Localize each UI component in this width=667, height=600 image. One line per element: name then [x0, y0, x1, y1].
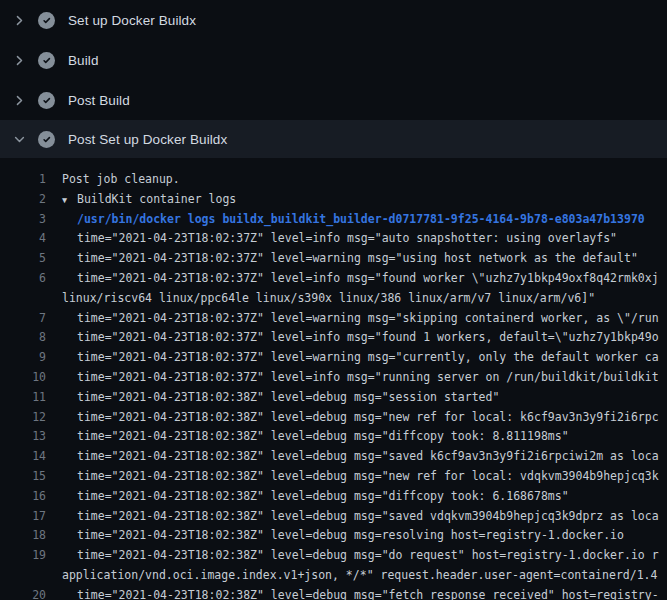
check-circle-icon	[38, 12, 55, 29]
line-number	[0, 289, 46, 309]
check-circle-icon	[38, 52, 55, 69]
step-label: Post Set up Docker Buildx	[68, 132, 227, 147]
step-label: Set up Docker Buildx	[68, 13, 196, 28]
line-number[interactable]: 9	[0, 348, 46, 368]
log-text: application/vnd.oci.image.index.v1+json,…	[62, 566, 657, 586]
chevron-right-icon	[13, 54, 26, 67]
step-header-post-setup-docker-buildx[interactable]: Post Set up Docker Buildx	[0, 120, 667, 158]
log-row: 9time="2021-04-23T18:02:37Z" level=warni…	[0, 348, 667, 368]
log-text: time="2021-04-23T18:02:38Z" level=debug …	[77, 447, 659, 467]
log-text: time="2021-04-23T18:02:37Z" level=info m…	[77, 229, 617, 249]
check-circle-icon	[38, 131, 55, 148]
step-header-post-build[interactable]: Post Build	[0, 80, 667, 120]
chevron-right-icon	[13, 94, 26, 107]
line-number[interactable]: 6	[0, 269, 46, 289]
log-lines: 1Post job cleanup.2▼BuildKit container l…	[0, 158, 667, 600]
log-text: time="2021-04-23T18:02:38Z" level=debug …	[77, 526, 624, 546]
log-text: time="2021-04-23T18:02:37Z" level=info m…	[77, 269, 659, 289]
log-text: time="2021-04-23T18:02:37Z" level=warnin…	[77, 249, 638, 269]
log-text: time="2021-04-23T18:02:38Z" level=debug …	[77, 546, 659, 566]
log-row: 15time="2021-04-23T18:02:38Z" level=debu…	[0, 467, 667, 487]
log-text: time="2021-04-23T18:02:38Z" level=debug …	[77, 586, 659, 600]
log-text: time="2021-04-23T18:02:38Z" level=debug …	[77, 507, 659, 527]
group-collapse-icon[interactable]: ▼	[62, 191, 77, 210]
log-text: time="2021-04-23T18:02:38Z" level=debug …	[77, 408, 659, 428]
log-row: 20time="2021-04-23T18:02:38Z" level=debu…	[0, 586, 667, 600]
line-number[interactable]: 7	[0, 309, 46, 329]
log-row: 17time="2021-04-23T18:02:38Z" level=debu…	[0, 507, 667, 527]
line-number[interactable]: 10	[0, 368, 46, 388]
line-number[interactable]: 15	[0, 467, 46, 487]
line-number[interactable]: 14	[0, 447, 46, 467]
step-header-build[interactable]: Build	[0, 40, 667, 80]
line-number[interactable]: 11	[0, 388, 46, 408]
log-row: 12time="2021-04-23T18:02:38Z" level=debu…	[0, 408, 667, 428]
line-number[interactable]: 13	[0, 427, 46, 447]
line-number[interactable]: 1	[0, 170, 46, 190]
log-row: 7time="2021-04-23T18:02:37Z" level=warni…	[0, 309, 667, 329]
log-row: 10time="2021-04-23T18:02:37Z" level=info…	[0, 368, 667, 388]
log-row: 14time="2021-04-23T18:02:38Z" level=debu…	[0, 447, 667, 467]
log-command-text: /usr/bin/docker logs buildx_buildkit_bui…	[77, 210, 645, 230]
job-log-viewer: Set up Docker Buildx Build Post Build Po…	[0, 0, 667, 600]
log-text: time="2021-04-23T18:02:38Z" level=debug …	[77, 487, 569, 507]
log-text: time="2021-04-23T18:02:37Z" level=warnin…	[77, 309, 659, 329]
log-text: time="2021-04-23T18:02:37Z" level=info m…	[77, 328, 659, 348]
line-number[interactable]: 19	[0, 546, 46, 566]
log-text: time="2021-04-23T18:02:38Z" level=debug …	[77, 427, 569, 447]
line-number[interactable]: 5	[0, 249, 46, 269]
line-number[interactable]: 3	[0, 210, 46, 230]
log-row: 4time="2021-04-23T18:02:37Z" level=info …	[0, 229, 667, 249]
check-circle-icon	[38, 92, 55, 109]
log-row: 2▼BuildKit container logs	[0, 190, 667, 210]
log-text: time="2021-04-23T18:02:37Z" level=info m…	[77, 368, 659, 388]
log-row: 11time="2021-04-23T18:02:38Z" level=debu…	[0, 388, 667, 408]
chevron-down-icon	[13, 133, 26, 146]
log-row: 1Post job cleanup.	[0, 170, 667, 190]
line-number[interactable]: 4	[0, 229, 46, 249]
line-number[interactable]: 8	[0, 328, 46, 348]
log-row: 16time="2021-04-23T18:02:38Z" level=debu…	[0, 487, 667, 507]
log-row: 18time="2021-04-23T18:02:38Z" level=debu…	[0, 526, 667, 546]
log-row: 19time="2021-04-23T18:02:38Z" level=debu…	[0, 546, 667, 566]
log-row: 6time="2021-04-23T18:02:37Z" level=info …	[0, 269, 667, 289]
log-row: 3/usr/bin/docker logs buildx_buildkit_bu…	[0, 210, 667, 230]
log-row: 5time="2021-04-23T18:02:37Z" level=warni…	[0, 249, 667, 269]
log-text: Post job cleanup.	[62, 170, 180, 190]
line-number[interactable]: 18	[0, 526, 46, 546]
log-text: linux/riscv64 linux/ppc64le linux/s390x …	[62, 289, 595, 309]
log-text: time="2021-04-23T18:02:38Z" level=debug …	[77, 467, 659, 487]
log-row-continuation: application/vnd.oci.image.index.v1+json,…	[0, 566, 667, 586]
log-row-continuation: linux/riscv64 linux/ppc64le linux/s390x …	[0, 289, 667, 309]
line-number[interactable]: 12	[0, 408, 46, 428]
step-label: Post Build	[68, 93, 130, 108]
step-header-setup-docker-buildx[interactable]: Set up Docker Buildx	[0, 0, 667, 40]
line-number[interactable]: 17	[0, 507, 46, 527]
log-row: 13time="2021-04-23T18:02:38Z" level=debu…	[0, 427, 667, 447]
log-text: ▼BuildKit container logs	[62, 190, 236, 210]
line-number	[0, 566, 46, 586]
log-text: time="2021-04-23T18:02:37Z" level=warnin…	[77, 348, 659, 368]
line-number[interactable]: 20	[0, 586, 46, 600]
line-number[interactable]: 2	[0, 190, 46, 210]
step-label: Build	[68, 53, 99, 68]
log-row: 8time="2021-04-23T18:02:37Z" level=info …	[0, 328, 667, 348]
chevron-right-icon	[13, 14, 26, 27]
line-number[interactable]: 16	[0, 487, 46, 507]
log-text: time="2021-04-23T18:02:38Z" level=debug …	[77, 388, 499, 408]
